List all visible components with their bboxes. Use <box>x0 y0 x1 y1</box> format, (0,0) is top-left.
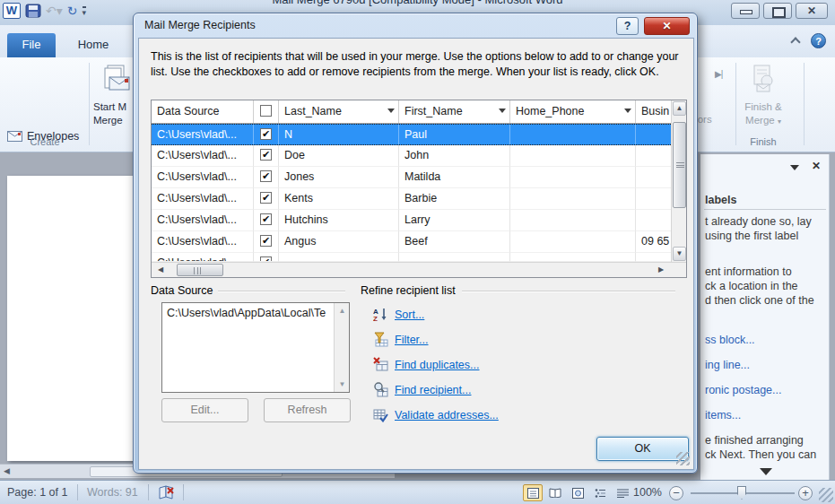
table-header-row: Data Source Last_Name First_Name Home_Ph… <box>152 100 671 124</box>
data-source-listbox[interactable]: C:\Users\vlad\AppData\Local\Te ▲ ▼ <box>161 302 350 393</box>
table-rows: C:\Users\vlad\... ✔ N Paul C:\Users\vlad… <box>152 124 671 262</box>
scroll-up-icon[interactable]: ▲ <box>673 101 686 116</box>
dialog-help-button[interactable]: ? <box>616 17 639 35</box>
more-items-link-partial[interactable]: items... <box>705 409 741 421</box>
find-duplicates-icon <box>373 357 388 372</box>
dialog-instructions: This is the list of recipients that will… <box>151 49 689 79</box>
tab-file[interactable]: File <box>7 33 56 57</box>
greeting-line-link-partial[interactable]: ing line... <box>705 359 750 371</box>
column-header-home-phone[interactable]: Home_Phone <box>510 100 636 123</box>
table-row[interactable]: C:\Users\vlad\... ✔ Angus Beef 09 65 <box>152 231 671 253</box>
sort-link-row: AZ Sort... <box>373 307 424 322</box>
table-row[interactable]: C:\Users\vlad\... ✔ Doe John <box>152 145 671 167</box>
outline-view-icon[interactable] <box>590 484 610 501</box>
full-screen-reading-view-icon[interactable] <box>545 484 565 501</box>
sort-link[interactable]: Sort... <box>395 308 424 321</box>
validate-addresses-link[interactable]: Validate addresses... <box>395 409 499 421</box>
scroll-left-icon[interactable]: ◀ <box>4 466 10 475</box>
zoom-in-button[interactable]: + <box>798 486 813 500</box>
scroll-right-icon[interactable]: ▶ <box>654 264 668 276</box>
scroll-left-icon[interactable]: ◀ <box>153 264 168 276</box>
data-source-path[interactable]: C:\Users\vlad\AppData\Local\Te <box>167 307 326 319</box>
zoom-level[interactable]: 100% <box>633 486 662 499</box>
row-checkbox[interactable]: ✔ <box>260 192 272 204</box>
finish-merge-icon[interactable] <box>750 65 777 93</box>
pane-close-icon[interactable]: ✕ <box>812 160 821 172</box>
validate-addresses-link-row: Validate addresses... <box>373 407 499 422</box>
refresh-button[interactable]: Refresh <box>264 398 351 422</box>
save-icon[interactable] <box>25 4 41 18</box>
listbox-scrollbar[interactable]: ▲ ▼ <box>334 303 349 392</box>
close-window-button[interactable] <box>796 3 828 19</box>
repeat-icon[interactable]: ↻ <box>67 3 78 19</box>
find-recipient-link[interactable]: Find recipient... <box>395 384 471 396</box>
column-header-first-name[interactable]: First_Name <box>399 100 510 123</box>
row-checkbox[interactable]: ✔ <box>260 213 272 225</box>
pane-text: t already done so, lay <box>705 215 812 228</box>
table-horizontal-scrollbar[interactable]: ◀ ▶ <box>152 262 686 277</box>
word-count[interactable]: Words: 91 <box>87 486 138 499</box>
column-header-data-source[interactable]: Data Source <box>152 100 254 123</box>
pane-text: ck Next. Then you can <box>705 448 816 461</box>
find-duplicates-link[interactable]: Find duplicates... <box>395 359 480 371</box>
ok-button[interactable]: OK <box>596 437 689 461</box>
proofing-error-icon[interactable] <box>158 485 176 500</box>
column-header-last-name[interactable]: Last_Name <box>279 100 399 123</box>
word-window: Mail Merge 6790d [Compatibility Mode] - … <box>0 0 835 504</box>
table-row[interactable]: C:\Users\vlad\... ✔ Jones Matilda <box>152 167 671 188</box>
zoom-slider-thumb[interactable] <box>737 486 746 500</box>
scroll-up-icon[interactable]: ▲ <box>335 307 350 315</box>
next-record-icon[interactable]: ▶| <box>715 69 722 79</box>
minimize-ribbon-icon[interactable] <box>790 37 800 47</box>
column-filter-icon[interactable] <box>624 109 631 113</box>
column-filter-icon[interactable] <box>499 109 506 113</box>
window-resize-grip[interactable] <box>819 488 833 502</box>
pane-heading-partial: labels <box>705 194 736 206</box>
finish-merge-label[interactable]: Finish & Merge ▾ <box>737 100 789 128</box>
edit-button[interactable]: Edit... <box>161 398 248 422</box>
pane-text: using the first label <box>705 230 798 242</box>
minimize-button[interactable] <box>731 3 760 19</box>
select-all-checkbox[interactable] <box>260 105 272 117</box>
validate-addresses-icon <box>373 407 388 422</box>
table-row-clipped[interactable]: C:\Users\vlad\... ✔ <box>152 253 671 262</box>
find-duplicates-link-row: Find duplicates... <box>373 357 480 372</box>
print-layout-view-icon[interactable] <box>523 484 543 501</box>
row-checkbox[interactable]: ✔ <box>260 128 272 140</box>
address-block-link-partial[interactable]: ss block... <box>705 334 755 346</box>
scroll-thumb[interactable] <box>177 264 223 276</box>
customize-qat-icon[interactable]: ▾ <box>83 6 87 16</box>
column-filter-icon[interactable] <box>387 109 395 113</box>
undo-icon[interactable]: ↶▾ <box>46 3 63 19</box>
start-mail-merge-icon[interactable] <box>102 65 131 95</box>
scroll-thumb[interactable] <box>673 122 686 208</box>
table-row[interactable]: C:\Users\vlad\... ✔ N Paul <box>152 124 671 145</box>
row-checkbox[interactable]: ✔ <box>260 149 272 161</box>
pane-scroll-down-icon[interactable] <box>760 468 772 475</box>
zoom-out-button[interactable]: − <box>669 486 683 500</box>
page-count[interactable]: Page: 1 of 1 <box>7 486 67 499</box>
find-recipient-icon <box>373 382 388 397</box>
table-row[interactable]: C:\Users\vlad\... ✔ Hutchins Larry <box>152 210 671 231</box>
filter-link[interactable]: Filter... <box>395 334 429 346</box>
draft-view-icon[interactable] <box>613 484 632 501</box>
scroll-down-icon[interactable]: ▼ <box>335 380 350 388</box>
dialog-close-button[interactable]: ✕ <box>644 17 690 35</box>
scroll-down-icon[interactable]: ▼ <box>673 247 686 261</box>
table-row[interactable]: C:\Users\vlad\... ✔ Kents Barbie <box>152 188 671 210</box>
sort-icon: AZ <box>373 307 388 322</box>
table-vertical-scrollbar[interactable]: ▲ ▼ <box>671 100 686 262</box>
electronic-postage-link-partial[interactable]: ronic postage... <box>705 384 781 396</box>
pane-menu-icon[interactable] <box>790 165 799 170</box>
dialog-resize-grip[interactable] <box>676 452 690 465</box>
help-icon[interactable]: ? <box>811 33 826 48</box>
column-header-select-all[interactable] <box>254 100 279 123</box>
web-layout-view-icon[interactable] <box>568 484 587 501</box>
tab-home[interactable]: Home <box>66 33 120 57</box>
data-source-group-label: Data Source <box>151 284 213 297</box>
row-checkbox[interactable]: ✔ <box>260 170 272 182</box>
row-checkbox[interactable]: ✔ <box>260 235 272 247</box>
restore-button[interactable] <box>763 3 792 19</box>
column-header-business-phone[interactable]: Busin <box>636 100 671 123</box>
word-logo-icon[interactable]: W <box>3 3 21 19</box>
